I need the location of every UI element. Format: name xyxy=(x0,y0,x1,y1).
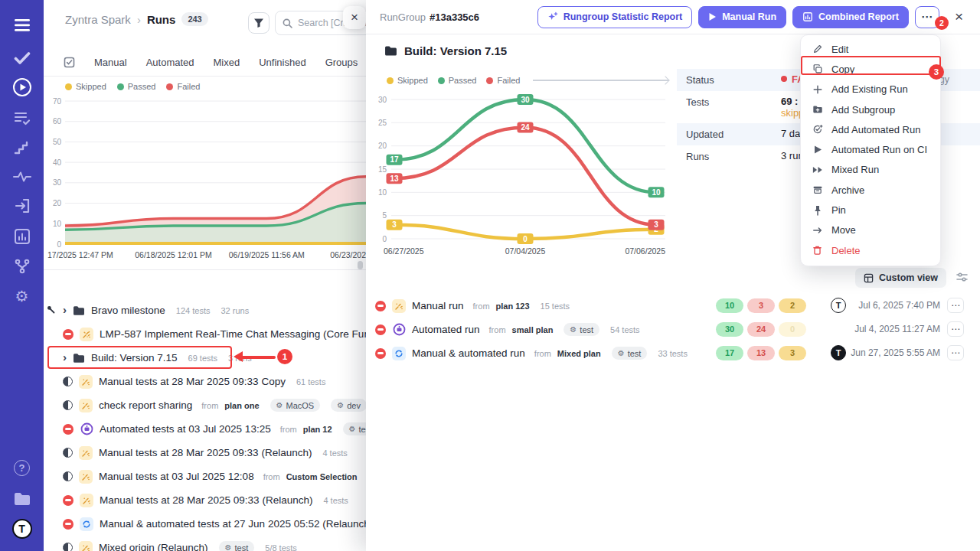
tab-automated[interactable]: Automated xyxy=(146,57,194,68)
skipped-dot-icon xyxy=(387,77,394,84)
list-item-manual-tests-copy[interactable]: Manual tests at 28 Mar 2025 09:33 Copy 6… xyxy=(44,370,366,393)
tab-unfinished[interactable]: Unfinished xyxy=(259,57,305,68)
settings-gear-icon[interactable]: ⚙ xyxy=(0,285,44,308)
menu-item-archive[interactable]: Archive xyxy=(801,180,940,200)
view-settings-icon[interactable] xyxy=(956,272,968,282)
list-item-manual-tests-custom-selection[interactable]: Manual tests at 03 Jul 2025 12:08 from C… xyxy=(44,465,366,488)
list-item-check-report-sharing[interactable]: check report sharing from plan one ⚙MacO… xyxy=(44,393,366,417)
list-item-meta: 4 tests xyxy=(322,448,347,458)
menu-item-move[interactable]: Move xyxy=(801,220,940,240)
list-item-mixed-origin[interactable]: Mixed origin (Relaunch) ⚙test 5/8 tests xyxy=(44,536,366,551)
env-badge[interactable]: ⚙dev xyxy=(331,399,366,412)
svg-text:3: 3 xyxy=(654,220,658,229)
user-avatar[interactable]: T xyxy=(0,517,44,540)
pin-icon xyxy=(47,305,55,314)
run-row-manual-run[interactable]: Manual run from plan 123 15 tests 10 3 2… xyxy=(366,294,980,318)
svg-text:06/23/202: 06/23/202 xyxy=(330,250,366,259)
menu-item-mixed-run[interactable]: Mixed Run xyxy=(801,160,940,180)
pulse-icon[interactable] xyxy=(0,165,44,188)
tab-mixed[interactable]: Mixed xyxy=(214,57,240,68)
svg-text:5: 5 xyxy=(382,211,387,220)
manual-run-button[interactable]: Manual Run xyxy=(698,6,786,28)
check-icon[interactable] xyxy=(0,47,44,70)
env-badge[interactable]: ⚙test xyxy=(564,323,599,336)
list-item-manual-tests-relaunch-2[interactable]: Manual tests at 28 Mar 2025 09:33 (Relau… xyxy=(44,488,366,512)
from-plan[interactable]: plan one xyxy=(224,401,259,410)
run-more-button[interactable]: ⋯ xyxy=(947,345,964,360)
env-badge[interactable]: ⚙test xyxy=(343,422,366,435)
runs-play-icon[interactable] xyxy=(0,76,44,99)
list-item-manual-tests-relaunch-1[interactable]: Manual tests at 28 Mar 2025 09:33 (Relau… xyxy=(44,441,366,465)
combined-report-button[interactable]: Combined Report xyxy=(792,6,909,28)
run-title: Manual & automated run xyxy=(412,347,525,359)
batch-select-icon[interactable] xyxy=(64,57,75,68)
breadcrumb: Zyntra Spark › Runs 243 xyxy=(65,12,208,26)
list-item-lmp-587[interactable]: LMP-587 Implement Real-Time Chat Messagi… xyxy=(44,322,366,346)
rungroup-statistic-report-button[interactable]: Rungroup Statistic Report xyxy=(537,6,693,28)
run-row-automated-run[interactable]: Automated run from small plan ⚙test 54 t… xyxy=(366,318,980,341)
breadcrumb-project[interactable]: Zyntra Spark xyxy=(65,13,131,26)
annotation-box-build-row xyxy=(47,346,232,369)
from-plan[interactable]: Custom Selection xyxy=(286,472,358,481)
svg-text:17/2025 12:47 PM: 17/2025 12:47 PM xyxy=(47,250,113,259)
from-plan[interactable]: Mixed plan xyxy=(557,349,601,358)
run-more-button[interactable]: ⋯ xyxy=(947,298,964,313)
page-title: Runs xyxy=(147,13,176,26)
annotation-step-3: 3 xyxy=(929,64,944,80)
menu-item-add-automated-run[interactable]: Add Automated Run xyxy=(801,119,940,139)
menu-item-pin[interactable]: Pin xyxy=(801,200,940,220)
test-list-icon[interactable] xyxy=(0,106,44,129)
arrow-right-icon xyxy=(812,226,823,235)
drawer-close-button[interactable]: × xyxy=(955,8,963,25)
plus-icon xyxy=(812,84,823,95)
run-more-button[interactable]: ⋯ xyxy=(947,321,964,337)
list-item-automated-tests[interactable]: Automated tests at 03 Jul 2025 13:25 fro… xyxy=(44,417,366,441)
menu-item-add-subgroup[interactable]: Add Subgroup xyxy=(801,99,940,119)
list-item-bravo-milestone[interactable]: › Bravo milestone 124 tests 32 runs xyxy=(44,298,366,322)
from-plan[interactable]: plan 12 xyxy=(303,425,332,434)
menu-icon[interactable] xyxy=(0,14,44,37)
failed-status-icon xyxy=(375,301,386,311)
failed-status-icon xyxy=(63,519,74,530)
branch-icon[interactable] xyxy=(0,255,44,278)
tab-manual[interactable]: Manual xyxy=(94,57,127,68)
reports-chart-icon[interactable] xyxy=(0,225,44,248)
menu-item-automated-run-on-ci[interactable]: Automated Run on CI xyxy=(801,139,940,159)
list-item-manual-automated-tests[interactable]: Manual & automated tests at 27 Jun 2025 … xyxy=(44,512,366,536)
automated-run-icon xyxy=(80,422,93,436)
from-label: from xyxy=(280,425,297,434)
svg-text:17: 17 xyxy=(390,155,399,164)
scrollbar[interactable] xyxy=(358,261,363,269)
assignee-avatar[interactable]: T xyxy=(831,298,846,313)
menu-item-add-existing-run[interactable]: Add Existing Run xyxy=(801,80,940,99)
rungroup-drawer: RunGroup #13a335c6 Rungroup Statistic Re… xyxy=(366,0,980,551)
svg-text:20: 20 xyxy=(53,199,62,207)
menu-item-delete[interactable]: Delete xyxy=(801,240,940,260)
from-plan[interactable]: plan 123 xyxy=(496,302,530,311)
assignee-avatar[interactable]: T xyxy=(831,345,846,360)
custom-view-button[interactable]: Custom view xyxy=(855,268,946,288)
run-row-manual-automated-run[interactable]: Manual & automated run from Mixed plan ⚙… xyxy=(366,341,980,365)
svg-text:06/19/2025 11:56 AM: 06/19/2025 11:56 AM xyxy=(229,250,305,259)
run-meta: 33 tests xyxy=(658,349,688,358)
env-badge[interactable]: ⚙test xyxy=(612,347,648,360)
skipped-pill: 2 xyxy=(779,298,806,313)
close-icon: × xyxy=(351,10,358,25)
from-plan[interactable]: small plan xyxy=(512,325,554,334)
filter-button[interactable] xyxy=(248,12,270,34)
help-icon[interactable]: ? xyxy=(0,456,44,479)
tab-groups[interactable]: Groups xyxy=(325,57,358,68)
panel-close-button[interactable]: × xyxy=(343,6,366,29)
skipped-pill: 0 xyxy=(779,322,806,337)
steps-icon[interactable] xyxy=(0,136,44,159)
env-badge[interactable]: ⚙MacOS xyxy=(270,399,321,412)
chevron-right-icon[interactable]: › xyxy=(63,304,67,315)
import-icon[interactable] xyxy=(0,194,44,217)
in-progress-status-icon xyxy=(63,448,73,458)
env-badge[interactable]: ⚙test xyxy=(219,541,255,551)
svg-text:30: 30 xyxy=(521,96,530,104)
result-pills: 30 24 0 xyxy=(716,322,806,337)
projects-folder-icon[interactable] xyxy=(0,487,44,510)
list-item-meta: 124 tests xyxy=(176,306,211,315)
runs-count-badge: 243 xyxy=(181,12,207,26)
